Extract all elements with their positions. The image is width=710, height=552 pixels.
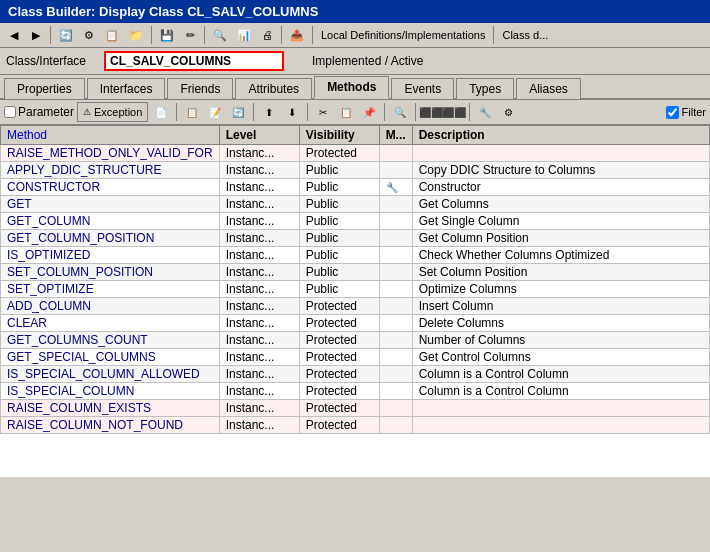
btn9[interactable]: 🖨 xyxy=(257,25,277,45)
visibility-cell: Protected xyxy=(299,383,379,400)
level-cell: Instanc... xyxy=(219,332,299,349)
title-bar: Class Builder: Display Class CL_SALV_COL… xyxy=(0,0,710,23)
table-row[interactable]: RAISE_COLUMN_EXISTSInstanc...Protected xyxy=(1,400,710,417)
parameter-checkbox[interactable] xyxy=(4,106,16,118)
sep-m6 xyxy=(469,103,470,121)
table-row[interactable]: APPLY_DDIC_STRUCTUREInstanc...PublicCopy… xyxy=(1,162,710,179)
back-btn[interactable]: ◀ xyxy=(4,25,24,45)
m-cell xyxy=(379,264,412,281)
icon-btn-10[interactable]: 🔍 xyxy=(390,102,410,122)
sep6 xyxy=(493,26,494,44)
method-cell: APPLY_DDIC_STRUCTURE xyxy=(1,162,220,179)
tab-properties[interactable]: Properties xyxy=(4,78,85,99)
tab-types[interactable]: Types xyxy=(456,78,514,99)
filter-checkbox[interactable] xyxy=(666,106,679,119)
col-header-method: Method xyxy=(1,126,220,145)
icon-btn-4[interactable]: 🔄 xyxy=(228,102,248,122)
btn4[interactable]: 📁 xyxy=(125,25,147,45)
method-cell: IS_SPECIAL_COLUMN_ALLOWED xyxy=(1,366,220,383)
visibility-cell: Public xyxy=(299,162,379,179)
btn7[interactable]: 🔍 xyxy=(209,25,231,45)
btn6[interactable]: ✏ xyxy=(180,25,200,45)
table-row[interactable]: GETInstanc...PublicGet Columns xyxy=(1,196,710,213)
icon-btn-9[interactable]: 📌 xyxy=(359,102,379,122)
table-row[interactable]: SET_COLUMN_POSITIONInstanc...PublicSet C… xyxy=(1,264,710,281)
desc-cell: Check Whether Columns Optimized xyxy=(412,247,709,264)
btn2[interactable]: ⚙ xyxy=(79,25,99,45)
table-row[interactable]: CLEARInstanc...ProtectedDelete Columns xyxy=(1,315,710,332)
tab-aliases[interactable]: Aliases xyxy=(516,78,581,99)
desc-cell xyxy=(412,400,709,417)
visibility-cell: Protected xyxy=(299,366,379,383)
icon-btn-8[interactable]: 📋 xyxy=(336,102,356,122)
btn10[interactable]: 📤 xyxy=(286,25,308,45)
desc-cell: Copy DDIC Structure to Columns xyxy=(412,162,709,179)
sep2 xyxy=(151,26,152,44)
m-cell xyxy=(379,196,412,213)
icon-btn-12[interactable]: ⬛⬛ xyxy=(444,102,464,122)
tabs-bar: Properties Interfaces Friends Attributes… xyxy=(0,75,710,100)
level-cell: Instanc... xyxy=(219,162,299,179)
method-cell: SET_COLUMN_POSITION xyxy=(1,264,220,281)
col-header-visibility: Visibility xyxy=(299,126,379,145)
table-row[interactable]: RAISE_METHOD_ONLY_VALID_FORInstanc...Pro… xyxy=(1,145,710,162)
btn8[interactable]: 📊 xyxy=(233,25,255,45)
method-cell: GET xyxy=(1,196,220,213)
sep-m4 xyxy=(384,103,385,121)
class-interface-input[interactable] xyxy=(104,51,284,71)
tab-interfaces[interactable]: Interfaces xyxy=(87,78,166,99)
level-cell: Instanc... xyxy=(219,247,299,264)
sep5 xyxy=(312,26,313,44)
icon-btn-13[interactable]: 🔧 xyxy=(475,102,495,122)
desc-cell: Insert Column xyxy=(412,298,709,315)
table-row[interactable]: IS_SPECIAL_COLUMN_ALLOWEDInstanc...Prote… xyxy=(1,366,710,383)
table-row[interactable]: GET_COLUMNS_COUNTInstanc...ProtectedNumb… xyxy=(1,332,710,349)
tab-friends[interactable]: Friends xyxy=(167,78,233,99)
table-body: RAISE_METHOD_ONLY_VALID_FORInstanc...Pro… xyxy=(1,145,710,434)
icon-btn-2[interactable]: 📋 xyxy=(182,102,202,122)
m-cell: 🔧 xyxy=(379,179,412,196)
m-cell xyxy=(379,315,412,332)
visibility-cell: Public xyxy=(299,281,379,298)
desc-cell: Delete Columns xyxy=(412,315,709,332)
table-row[interactable]: IS_SPECIAL_COLUMNInstanc...ProtectedColu… xyxy=(1,383,710,400)
visibility-cell: Protected xyxy=(299,349,379,366)
icon-btn-7[interactable]: ✂ xyxy=(313,102,333,122)
method-cell: RAISE_COLUMN_NOT_FOUND xyxy=(1,417,220,434)
icon-btn-3[interactable]: 📝 xyxy=(205,102,225,122)
desc-cell: Column is a Control Column xyxy=(412,383,709,400)
m-cell xyxy=(379,400,412,417)
table-row[interactable]: GET_COLUMN_POSITIONInstanc...PublicGet C… xyxy=(1,230,710,247)
desc-cell xyxy=(412,417,709,434)
method-cell: GET_SPECIAL_COLUMNS xyxy=(1,349,220,366)
desc-cell xyxy=(412,145,709,162)
table-row[interactable]: IS_OPTIMIZEDInstanc...PublicCheck Whethe… xyxy=(1,247,710,264)
visibility-cell: Protected xyxy=(299,315,379,332)
tab-methods[interactable]: Methods xyxy=(314,76,389,99)
btn1[interactable]: 🔄 xyxy=(55,25,77,45)
col-header-level: Level xyxy=(219,126,299,145)
method-cell: CONSTRUCTOR xyxy=(1,179,220,196)
icon-btn-5[interactable]: ⬆ xyxy=(259,102,279,122)
forward-btn[interactable]: ▶ xyxy=(26,25,46,45)
methods-table-container: Method Level Visibility M... Description… xyxy=(0,125,710,477)
icon-btn-6[interactable]: ⬇ xyxy=(282,102,302,122)
exception-btn[interactable]: ⚠ Exception xyxy=(77,102,148,122)
tab-events[interactable]: Events xyxy=(391,78,454,99)
table-row[interactable]: CONSTRUCTORInstanc...Public🔧Constructor xyxy=(1,179,710,196)
icon-btn-1[interactable]: 📄 xyxy=(151,102,171,122)
btn5[interactable]: 💾 xyxy=(156,25,178,45)
table-row[interactable]: GET_SPECIAL_COLUMNSInstanc...ProtectedGe… xyxy=(1,349,710,366)
icon-btn-14[interactable]: ⚙ xyxy=(498,102,518,122)
table-row[interactable]: ADD_COLUMNInstanc...ProtectedInsert Colu… xyxy=(1,298,710,315)
tab-attributes[interactable]: Attributes xyxy=(235,78,312,99)
m-cell xyxy=(379,145,412,162)
level-cell: Instanc... xyxy=(219,315,299,332)
table-row[interactable]: GET_COLUMNInstanc...PublicGet Single Col… xyxy=(1,213,710,230)
btn3[interactable]: 📋 xyxy=(101,25,123,45)
table-row[interactable]: SET_OPTIMIZEInstanc...PublicOptimize Col… xyxy=(1,281,710,298)
icon-btn-11[interactable]: ⬛⬛ xyxy=(421,102,441,122)
m-cell xyxy=(379,332,412,349)
table-row[interactable]: RAISE_COLUMN_NOT_FOUNDInstanc...Protecte… xyxy=(1,417,710,434)
sep-m2 xyxy=(253,103,254,121)
